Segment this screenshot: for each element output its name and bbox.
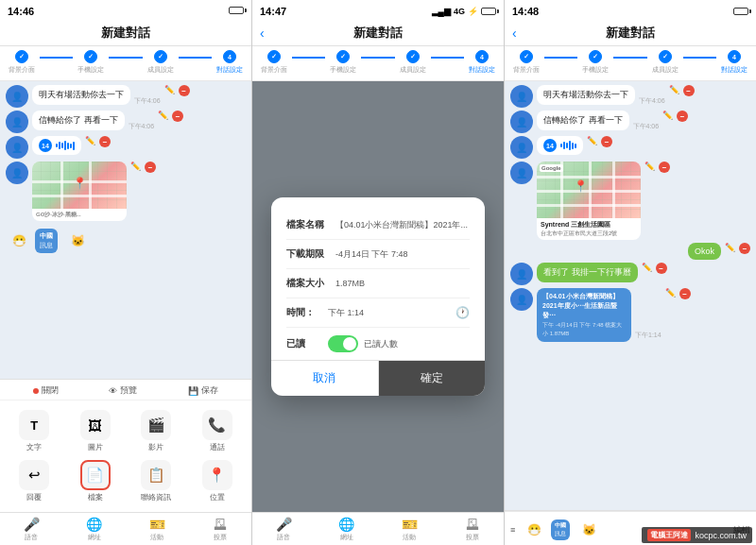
delete-icon-3-3[interactable]: −	[601, 136, 612, 147]
waveform-1	[56, 140, 75, 151]
step-circle-3: ✓	[154, 50, 167, 63]
edit-icon-3-7[interactable]: ✏️	[665, 288, 676, 298]
avatar-2: 👤	[6, 111, 28, 133]
wave-bar	[572, 143, 574, 149]
tab-vote-1[interactable]: 🗳 投票	[189, 517, 252, 542]
delete-icon-1[interactable]: −	[179, 85, 190, 96]
video-icon: 🎬	[141, 410, 171, 440]
big-avatar-mask-3: 😷	[521, 517, 547, 543]
edit-icon-3-6[interactable]: ✏️	[642, 263, 652, 272]
grid-call[interactable]: 📞 通話	[187, 406, 249, 456]
nav-back-2[interactable]: ‹	[260, 26, 265, 41]
grid-reply[interactable]: ↩ 回覆	[4, 456, 65, 506]
avatar-3-7: 👤	[510, 288, 533, 311]
vote-icon-1: 🗳	[214, 517, 227, 532]
tab-url-1[interactable]: 🌐 網址	[63, 517, 127, 542]
step-line-2-1	[292, 57, 325, 59]
step-circle-2-3: ✓	[406, 50, 420, 63]
modal-row-time: 時間： 下午 1:14 🕐	[286, 298, 470, 328]
step-1-4: 4 對話設定	[212, 50, 248, 75]
edit-icon-1[interactable]: ✏️	[164, 85, 175, 94]
info-badge-btn-1[interactable]: 中國 訊息	[35, 229, 58, 253]
modal-confirm-button[interactable]: 確定	[379, 361, 486, 396]
tab-event-2[interactable]: 🎫 活動	[378, 517, 441, 542]
step-label-2-1: 背景介面	[261, 65, 287, 75]
edit-icon-3-4[interactable]: ✏️	[644, 162, 655, 171]
map-pin-3: 📍	[574, 179, 588, 193]
msg-time-3-2: 下午4:06	[633, 122, 660, 131]
grid-image[interactable]: 🖼 圖片	[65, 406, 127, 456]
tab-voice-2[interactable]: 🎤 語音	[252, 517, 316, 542]
modal-row-read: 已讀 已讀人數	[286, 328, 470, 360]
url-icon-1: 🌐	[86, 517, 102, 532]
grid-file[interactable]: 📄 檔案	[65, 456, 127, 506]
edit-icon-3-2[interactable]: ✏️	[662, 111, 673, 120]
delete-icon-3-7[interactable]: −	[679, 288, 691, 299]
action-bar-1: 關閉 👁 預覽 💾 保存 T 文字 🖼 圖片	[0, 379, 251, 545]
step-line-2	[109, 57, 142, 59]
msg-row-3-7: 👤 【04.01小米台灣新聞稿】2021年度小⋯生活新品暨發⋯ 下午 -4月14…	[510, 288, 750, 342]
step-label-3-2: 手機設定	[582, 65, 609, 75]
delete-icon-3-5[interactable]: −	[739, 243, 750, 254]
nav-back-3[interactable]: ‹	[512, 26, 517, 41]
voice-label-1: 語音	[25, 533, 38, 542]
preview-button[interactable]: 👁 預覽	[109, 384, 137, 397]
edit-icon-3-3[interactable]: ✏️	[587, 136, 597, 145]
toggle-knob	[343, 337, 356, 350]
msg-text-2: 信轉給你了 再看一下	[39, 115, 118, 125]
close-button[interactable]: 關閉	[33, 384, 59, 397]
tab-voice-1[interactable]: 🎤 語音	[0, 517, 63, 542]
modal-content: 檔案名稱 【04.01小米台灣新聞稿】2021年... 下載期限 -4月14日 …	[271, 197, 485, 360]
num-badge-1: 14	[39, 139, 52, 152]
delete-icon-3-6[interactable]: −	[656, 263, 667, 274]
msg-row-3-4: 👤 📍 Google Syntrend 三創生活園區	[510, 162, 750, 240]
grid-contact[interactable]: 📋 聯絡資訊	[126, 456, 187, 506]
step-line-3-2	[613, 57, 646, 59]
msg-row-3-2: 👤 信轉給你了 再看一下 下午4:06 ✏️ −	[510, 111, 750, 133]
event-icon-2: 🎫	[402, 517, 418, 532]
status-bar-3: 14:48	[505, 0, 756, 21]
delete-icon-4[interactable]: −	[145, 162, 156, 173]
tab-vote-2[interactable]: 🗳 投票	[441, 517, 505, 542]
delete-icon-3-2[interactable]: −	[677, 111, 688, 122]
step-label-4: 對話設定	[216, 65, 243, 75]
delete-icon-2[interactable]: −	[172, 111, 183, 122]
tab-url-2[interactable]: 🌐 網址	[316, 517, 379, 542]
modal-time-label: 時間：	[286, 306, 328, 319]
edit-icon-4[interactable]: ✏️	[130, 162, 141, 171]
modal-value-expiry: -4月14日 下午 7:48	[335, 248, 470, 261]
action-row1: 關閉 👁 預覽 💾 保存	[0, 380, 251, 400]
grid-text[interactable]: T 文字	[4, 406, 65, 456]
toggle-read[interactable]	[328, 335, 358, 352]
edit-icon-2[interactable]: ✏️	[158, 111, 168, 120]
avatar-3-1: 👤	[510, 85, 533, 108]
map-image-1: 📍	[32, 162, 127, 209]
delete-icon-3-4[interactable]: −	[659, 162, 670, 173]
edit-icon-3-5[interactable]: ✏️	[725, 243, 735, 252]
tab-event-1[interactable]: 🎫 活動	[126, 517, 189, 542]
edit-icon-3[interactable]: ✏️	[85, 136, 95, 145]
wave-bar	[575, 144, 576, 148]
avatar-3-2: 👤	[510, 111, 533, 133]
edit-icon-3-1[interactable]: ✏️	[669, 85, 679, 94]
voice-icon-2: 🎤	[276, 517, 292, 532]
big-avatar-mask-1: 😷	[6, 228, 32, 254]
msg-row-3-1: 👤 明天有場活動你去一下 下午4:06 ✏️ −	[510, 85, 750, 108]
vote-label-1: 投票	[214, 533, 227, 542]
modal-cancel-button[interactable]: 取消	[271, 361, 379, 396]
step-circle-3-2: ✓	[589, 50, 602, 63]
big-avatar-3: 🐱	[576, 517, 602, 543]
grid-location[interactable]: 📍 位置	[187, 456, 249, 506]
msg-bubble-3-2: 信轉給你了 再看一下	[537, 111, 629, 130]
delete-icon-3[interactable]: −	[99, 136, 111, 147]
grid-video[interactable]: 🎬 影片	[126, 406, 187, 456]
steps-bar-3: ✓ 背景介面 ✓ 手機設定 ✓ 成員設定 4 對話設定	[505, 46, 756, 81]
step-3-3: ✓ 成員設定	[647, 50, 683, 75]
map-title-3: Syntrend 三創生活園區	[541, 220, 637, 230]
modal-value-size: 1.87MB	[335, 279, 470, 288]
info-badge-btn-3[interactable]: 中國 訊息	[551, 519, 570, 540]
msg-bubble-1: 明天有場活動你去一下	[32, 85, 130, 105]
save-button[interactable]: 💾 保存	[188, 384, 218, 397]
delete-icon-3-1[interactable]: −	[683, 85, 695, 96]
step-circle-2-2: ✓	[336, 50, 350, 63]
